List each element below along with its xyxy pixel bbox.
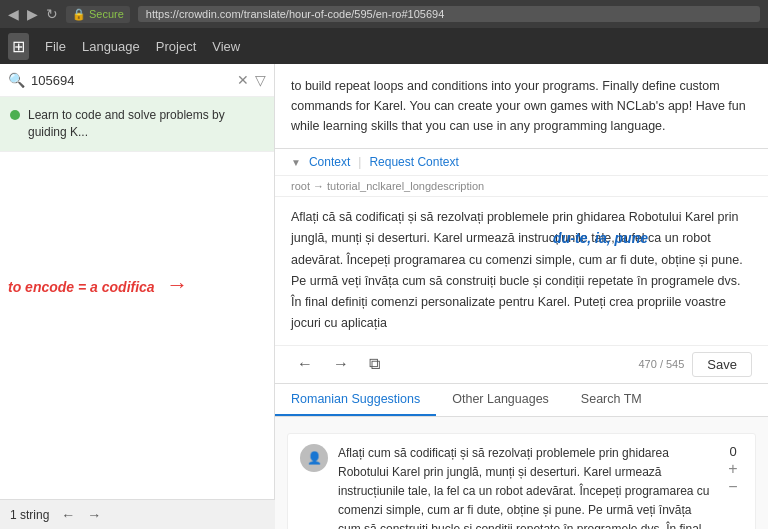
- bottom-bar: 1 string ← →: [0, 499, 275, 529]
- browser-bar: ◀ ▶ ↻ 🔒 Secure https://crowdin.com/trans…: [0, 0, 768, 28]
- back-button[interactable]: ◀: [8, 6, 19, 22]
- menu-file[interactable]: File: [45, 39, 66, 54]
- suggestion-item: 👤 Aflați cum să codificați și să rezolva…: [287, 433, 756, 530]
- copy-source-button[interactable]: ⧉: [363, 353, 386, 375]
- suggestions-area: 👤 Aflați cum să codificați și să rezolva…: [275, 417, 768, 530]
- menu-project[interactable]: Project: [156, 39, 196, 54]
- translation-area[interactable]: Aflați că să codificați și să rezolvați …: [275, 197, 768, 346]
- status-dot: [10, 110, 20, 120]
- refresh-button[interactable]: ↻: [46, 6, 58, 22]
- upvote-button[interactable]: +: [728, 461, 737, 477]
- prev-string-button[interactable]: ←: [61, 507, 75, 523]
- suggestion-vote: 0 + −: [723, 444, 743, 530]
- main-layout: 🔍 ✕ ▽ Learn to code and solve problems b…: [0, 64, 768, 529]
- translation-text[interactable]: Aflați că să codificați și să rezolvați …: [291, 207, 752, 335]
- search-input[interactable]: [31, 73, 231, 88]
- annotation-arrow-icon: →: [166, 272, 188, 297]
- filter-icon[interactable]: ▽: [255, 72, 266, 88]
- context-separator: |: [358, 155, 361, 169]
- prev-translation-button[interactable]: ←: [291, 353, 319, 375]
- tabs-bar: Romanian Suggestions Other Languages Sea…: [275, 384, 768, 417]
- downvote-button[interactable]: −: [728, 479, 737, 495]
- string-text: Learn to code and solve problems by guid…: [28, 107, 264, 141]
- url-bar[interactable]: https://crowdin.com/translate/hour-of-co…: [138, 6, 760, 22]
- save-button[interactable]: Save: [692, 352, 752, 377]
- context-path: root → tutorial_nclkarel_longdescription: [275, 176, 768, 197]
- search-bar: 🔍 ✕ ▽: [0, 64, 274, 97]
- tab-search-tm[interactable]: Search TM: [565, 384, 658, 416]
- annotation-text: to encode = a codifica: [8, 279, 155, 295]
- forward-button[interactable]: ▶: [27, 6, 38, 22]
- char-count: 470 / 545: [638, 358, 684, 370]
- context-link[interactable]: Context: [309, 155, 350, 169]
- lock-icon: 🔒: [72, 8, 86, 21]
- suggestion-content: Aflați cum să codificați și să rezolvați…: [338, 444, 713, 530]
- vote-count: 0: [723, 444, 743, 459]
- context-triangle-icon: ▼: [291, 157, 301, 168]
- tab-other-languages[interactable]: Other Languages: [436, 384, 565, 416]
- avatar: 👤: [300, 444, 328, 472]
- right-panel: to build repeat loops and conditions int…: [275, 64, 768, 529]
- clear-search-button[interactable]: ✕: [237, 72, 249, 88]
- grid-icon[interactable]: ⊞: [8, 33, 29, 60]
- string-count-label: 1 string: [10, 508, 49, 522]
- source-text: to build repeat loops and conditions int…: [291, 79, 746, 133]
- source-text-area: to build repeat loops and conditions int…: [275, 64, 768, 149]
- secure-badge: 🔒 Secure: [66, 6, 130, 23]
- next-translation-button[interactable]: →: [327, 353, 355, 375]
- suggestion-text: Aflați cum să codificați și să rezolvați…: [338, 444, 713, 530]
- next-string-button[interactable]: →: [87, 507, 101, 523]
- tab-romanian-suggestions[interactable]: Romanian Suggestions: [275, 384, 436, 416]
- translation-toolbar: ← → ⧉ 470 / 545 Save: [275, 346, 768, 384]
- left-panel: 🔍 ✕ ▽ Learn to code and solve problems b…: [0, 64, 275, 529]
- list-item[interactable]: Learn to code and solve problems by guid…: [0, 97, 274, 152]
- context-bar: ▼ Context | Request Context: [275, 149, 768, 176]
- menu-view[interactable]: View: [212, 39, 240, 54]
- search-icon: 🔍: [8, 72, 25, 88]
- menu-language[interactable]: Language: [82, 39, 140, 54]
- annotation-area: to encode = a codifica →: [8, 212, 188, 298]
- translation-content: Aflați că să codificați și să rezolvați …: [291, 210, 743, 330]
- request-context-link[interactable]: Request Context: [369, 155, 458, 169]
- menu-bar: ⊞ File Language Project View: [0, 28, 768, 64]
